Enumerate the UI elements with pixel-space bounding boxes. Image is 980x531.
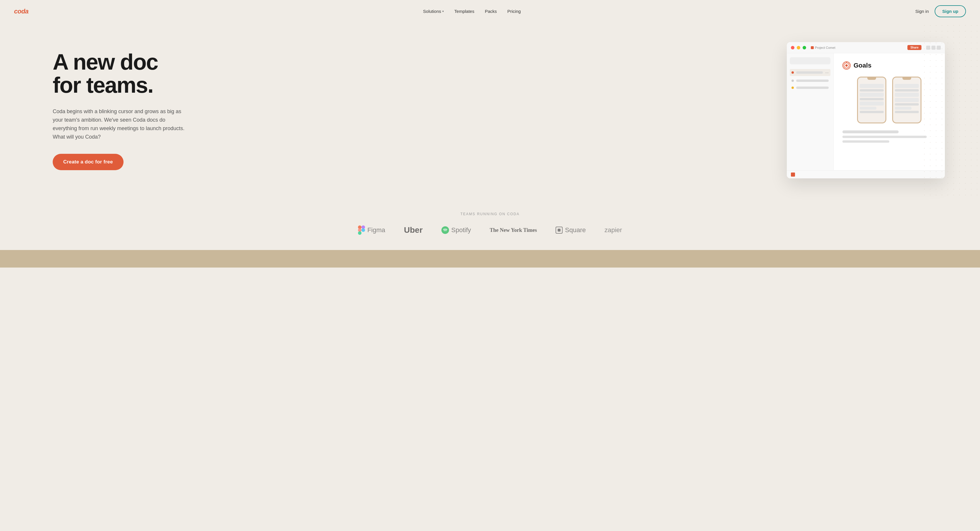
pricing-nav-item[interactable]: Pricing — [507, 9, 521, 14]
nyt-logo-text: The New York Times — [490, 227, 537, 233]
packs-nav-item[interactable]: Packs — [485, 9, 497, 14]
browser-close-dot — [791, 46, 794, 49]
signup-button[interactable]: Sign up — [935, 5, 966, 17]
logo-zapier: zapier — [605, 226, 622, 234]
browser-share-button[interactable]: Share — [907, 45, 921, 50]
phones-container — [842, 77, 936, 124]
logos-section: TEAMS RUNNING ON CODA Figma Uber — [0, 198, 980, 244]
spotify-logo-text: Spotify — [451, 226, 471, 234]
chevron-down-icon: ▾ — [442, 10, 444, 13]
hero-description: Coda begins with a blinking cursor and g… — [52, 107, 187, 141]
sidebar-dot-3 — [791, 87, 794, 89]
doc-content-lines — [842, 130, 936, 143]
doc-header: Goals — [842, 62, 936, 70]
browser-illustration: Project Comet Share — [787, 42, 945, 178]
sidebar-dot-1 — [791, 71, 794, 74]
doc-title: Goals — [854, 62, 872, 69]
zapier-logo-text: zapier — [605, 226, 622, 234]
solutions-nav-item[interactable]: Solutions ▾ — [423, 9, 444, 14]
logo-uber: Uber — [404, 225, 423, 235]
logos-label: TEAMS RUNNING ON CODA — [0, 212, 980, 216]
nav-auth: Sign in Sign up — [915, 5, 966, 17]
browser-title-icon — [811, 46, 814, 49]
bottom-strip — [0, 250, 980, 268]
cta-button[interactable]: Create a doc for free — [52, 154, 124, 170]
hero-content: A new doc for teams. Coda begins with a … — [52, 50, 187, 170]
browser-expand-dot — [803, 46, 806, 49]
win-ctrl-3 — [937, 46, 941, 50]
phone-notch-1 — [867, 78, 876, 80]
browser-title: Project Comet — [811, 46, 835, 49]
goals-icon — [842, 62, 851, 70]
uber-logo-text: Uber — [404, 225, 423, 235]
browser-window-controls — [926, 46, 941, 50]
browser-main-content: Goals — [834, 53, 945, 170]
figma-logo-text: Figma — [368, 226, 385, 234]
logo-square: Square — [555, 226, 586, 234]
figma-icon — [358, 225, 365, 235]
square-icon — [555, 227, 563, 234]
content-line-3 — [842, 140, 889, 143]
win-ctrl-1 — [926, 46, 930, 50]
square-inner — [558, 229, 560, 231]
svg-rect-8 — [358, 231, 361, 235]
sidebar-line-3 — [796, 87, 829, 89]
sidebar-line-2 — [796, 79, 829, 82]
browser-titlebar: Project Comet Share — [787, 42, 945, 53]
templates-nav-item[interactable]: Templates — [454, 9, 474, 14]
spotify-icon — [441, 226, 449, 234]
logo-spotify: Spotify — [441, 226, 471, 234]
browser-window: Project Comet Share — [787, 42, 945, 178]
browser-sidebar: ··· — [787, 53, 834, 170]
sidebar-item-2[interactable] — [790, 78, 830, 83]
browser-minimize-dot — [797, 46, 800, 49]
sidebar-item-3[interactable] — [790, 86, 830, 90]
logo[interactable]: coda — [14, 8, 29, 15]
logo-figma: Figma — [358, 225, 385, 235]
svg-point-7 — [361, 228, 365, 232]
phone-mockup-1 — [857, 77, 886, 124]
navbar: coda Solutions ▾ Templates Packs Pricing… — [0, 0, 980, 22]
hero-title: A new doc for teams. — [52, 50, 187, 97]
hero-section: A new doc for teams. Coda begins with a … — [0, 22, 980, 198]
browser-footer — [787, 170, 945, 178]
win-ctrl-2 — [931, 46, 935, 50]
sidebar-line-1 — [796, 71, 823, 74]
svg-point-2 — [845, 64, 848, 67]
browser-body: ··· — [787, 53, 945, 170]
logos-row: Figma Uber Spotify The New York Times — [0, 225, 980, 235]
phone-notch-2 — [902, 78, 911, 80]
footer-coda-icon — [791, 173, 795, 177]
sidebar-dot-2 — [791, 79, 794, 82]
sidebar-more-icon[interactable]: ··· — [825, 70, 829, 75]
sidebar-item-1[interactable]: ··· — [790, 69, 830, 76]
browser-search[interactable] — [790, 57, 830, 64]
signin-link[interactable]: Sign in — [915, 9, 929, 14]
content-line-2 — [842, 136, 927, 138]
square-logo-text: Square — [565, 226, 586, 234]
content-line-1 — [842, 130, 899, 133]
phone-mockup-2 — [892, 77, 921, 124]
logo-nyt: The New York Times — [490, 227, 537, 233]
